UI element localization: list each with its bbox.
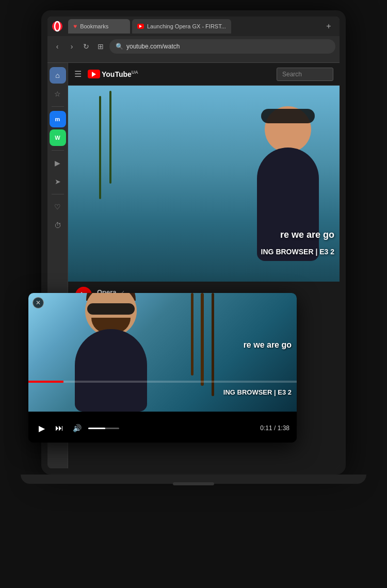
pip-person — [54, 308, 168, 412]
refresh-button[interactable]: ↻ — [80, 41, 92, 52]
address-bar[interactable]: 🔍 youtube.com/watch — [109, 39, 335, 54]
pip-overlay-text-right: re we are go — [244, 340, 292, 350]
pip-volume-button[interactable]: 🔊 — [71, 422, 83, 434]
pip-video-area: re we are go ING BROWSER | E3 2 — [28, 293, 297, 412]
search-label: Search — [282, 71, 302, 78]
sidebar-item-video[interactable]: ▶ — [50, 155, 66, 171]
hamburger-menu-icon[interactable]: ☰ — [74, 69, 82, 79]
sidebar-item-home[interactable]: ⌂ — [50, 67, 66, 84]
pip-person-body — [75, 329, 147, 412]
youtube-logo: YouTubeUA — [88, 70, 138, 78]
sidebar-item-history[interactable]: ⏱ — [50, 217, 66, 234]
heart-icon: ♥ — [73, 23, 77, 30]
sidebar-item-heart[interactable]: ♡ — [50, 199, 66, 215]
youtube-logo-text: YouTubeUA — [102, 70, 138, 78]
search-icon: 🔍 — [116, 43, 123, 50]
svg-point-0 — [52, 21, 62, 31]
youtube-logo-icon — [88, 70, 100, 78]
pip-controls: ▶ ⏭ 🔊 0:11 / 1:38 — [28, 414, 297, 443]
pip-time-display: 0:11 / 1:38 — [260, 424, 289, 432]
tab-youtube-label: Launching Opera GX - FIRST... — [147, 23, 226, 29]
sidebar-divider-3 — [52, 194, 64, 194]
tab-bar: ♥ Bookmarks Launching Opera GX - FIRST..… — [47, 17, 340, 36]
pip-palm-trunk-2 — [191, 293, 194, 375]
pip-volume-fill — [88, 428, 105, 429]
pip-play-button[interactable]: ▶ — [36, 422, 48, 434]
tab-youtube[interactable]: Launching Opera GX - FIRST... — [132, 19, 231, 34]
tab-bookmarks[interactable]: ♥ Bookmarks — [68, 19, 130, 34]
pip-skip-button[interactable]: ⏭ — [53, 422, 66, 434]
sidebar-item-send[interactable]: ➤ — [50, 173, 66, 190]
sidebar-item-whatsapp[interactable]: W — [50, 129, 66, 146]
pip-progress-bar[interactable] — [28, 381, 297, 383]
pip-person-glasses — [87, 303, 135, 315]
yt-play-icon — [92, 72, 96, 77]
pip-close-button[interactable]: ✕ — [33, 297, 44, 308]
video-overlay-text-2: ING BROWSER | E3 2 — [261, 248, 334, 256]
tab-bookmarks-label: Bookmarks — [80, 23, 108, 29]
yt-tab-icon — [137, 24, 144, 29]
laptop-notch — [173, 482, 214, 485]
youtube-ua-badge: UA — [132, 70, 138, 75]
pip-palm-trunk-1 — [201, 293, 204, 386]
sidebar-divider-1 — [52, 106, 64, 107]
pip-volume-bar[interactable] — [88, 428, 119, 429]
opera-logo-icon — [52, 21, 63, 32]
pip-player: re we are go ING BROWSER | E3 2 ▶ ⏭ 🔊 0:… — [28, 293, 297, 443]
back-button[interactable]: ‹ — [52, 41, 63, 52]
youtube-header: ☰ YouTubeUA Search — [68, 63, 340, 86]
youtube-search-box[interactable]: Search — [277, 68, 333, 81]
forward-button[interactable]: › — [66, 41, 77, 52]
nav-bar: ‹ › ↻ ⊞ 🔍 youtube.com/watch — [47, 36, 340, 57]
tree-trunk-2 — [109, 91, 111, 184]
sidebar-divider-2 — [52, 150, 64, 151]
video-thumbnail: re we are go ING BROWSER | E3 2 — [68, 86, 340, 282]
grid-button[interactable]: ⊞ — [95, 41, 106, 52]
video-overlay-text-1: re we are go — [280, 230, 334, 240]
pip-progress-fill — [28, 381, 63, 383]
browser-chrome: ♥ Bookmarks Launching Opera GX - FIRST..… — [47, 17, 340, 63]
pip-overlay-text-bottom: ING BROWSER | E3 2 — [223, 388, 292, 396]
person-body — [257, 148, 319, 261]
add-tab-button[interactable]: + — [322, 20, 335, 33]
sidebar-item-messenger[interactable]: m — [50, 111, 66, 127]
sidebar-item-bookmarks[interactable]: ☆ — [50, 86, 66, 102]
laptop-base — [21, 475, 366, 484]
tree-trunk-1 — [99, 96, 101, 199]
person-sunglasses — [261, 109, 315, 123]
